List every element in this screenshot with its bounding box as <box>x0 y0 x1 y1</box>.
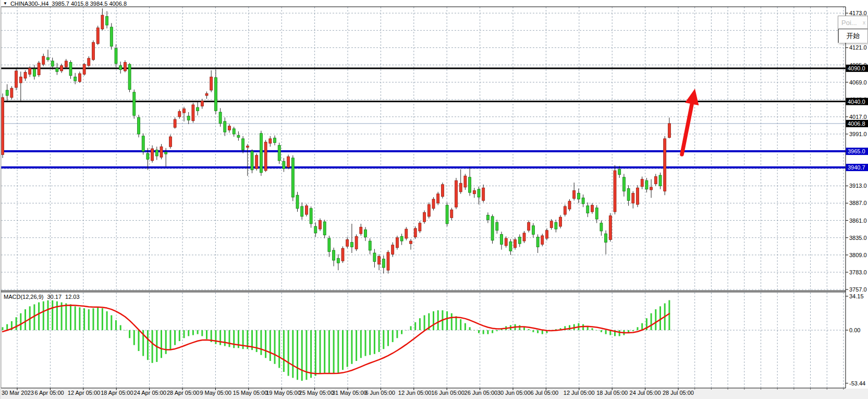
macd-indicator-label: MACD(12,26,9) 30.17 12.03 <box>4 294 82 300</box>
candle <box>446 205 448 224</box>
candle <box>364 229 367 237</box>
candle <box>106 17 108 26</box>
candle <box>110 27 113 46</box>
price-chart-canvas[interactable]: 4173.04147.04121.04095.04069.04043.04017… <box>0 0 868 399</box>
dialog-title: Poi... <box>841 19 857 27</box>
candle <box>124 62 126 71</box>
candle <box>6 90 8 95</box>
time-axis-label: 12 Jun 05:00 <box>398 390 432 396</box>
candle <box>233 129 235 134</box>
candle <box>92 42 95 59</box>
candle <box>473 190 475 194</box>
candle <box>641 179 643 187</box>
candle <box>392 245 394 255</box>
candle <box>496 222 498 230</box>
candle <box>668 124 670 138</box>
candle <box>528 222 530 230</box>
time-axis-label: 26 Jun 05:00 <box>464 390 498 396</box>
candle <box>96 28 99 44</box>
time-axis-label: 12 Jul 05:00 <box>564 390 595 396</box>
price-axis-label: 3783.0 <box>849 269 867 275</box>
time-axis-label: 24 Apr 05:00 <box>134 390 166 396</box>
ohlc-values: 3985.7 4015.8 3984.5 4006.8 <box>52 1 127 7</box>
candle <box>622 177 625 191</box>
candle <box>605 234 607 243</box>
candle <box>500 234 503 244</box>
candle <box>78 74 81 81</box>
candle <box>219 112 222 124</box>
candle <box>523 233 525 241</box>
time-axis-label: 28 Jul 05:00 <box>663 390 694 396</box>
candle <box>441 185 444 197</box>
candle <box>210 77 213 90</box>
candle <box>437 194 439 203</box>
candle <box>482 188 485 200</box>
candle <box>491 216 494 240</box>
candle <box>559 217 562 226</box>
candle <box>255 155 258 168</box>
candle <box>600 223 603 231</box>
candle <box>555 222 557 229</box>
candle <box>478 189 480 197</box>
candle <box>373 253 376 262</box>
time-axis-label: 6 Apr 05:00 <box>34 390 64 396</box>
candle <box>146 153 149 159</box>
time-axis-label: 24 Jul 05:00 <box>630 390 661 396</box>
candle <box>169 137 172 147</box>
candle <box>51 61 54 66</box>
candle <box>609 216 612 240</box>
candle <box>573 190 576 198</box>
candle <box>455 180 458 207</box>
dialog-titlebar[interactable]: Poi... x <box>838 16 867 29</box>
candle <box>205 93 208 95</box>
candle <box>360 227 362 234</box>
price-axis-label: 3887.0 <box>849 200 867 206</box>
candle <box>237 136 240 138</box>
candle <box>333 250 335 260</box>
candle <box>101 15 104 29</box>
time-axis-label: 30 Mar 2023 <box>2 390 34 396</box>
symbol-period-label: CHINA300-,H4 <box>10 1 48 7</box>
candle <box>591 205 594 212</box>
candle <box>65 61 67 67</box>
price-axis-label: 3991.0 <box>849 131 867 137</box>
candle <box>637 188 639 204</box>
candle <box>142 136 144 151</box>
candle <box>577 193 580 199</box>
candle <box>214 78 217 111</box>
time-axis-label: 9 May 05:00 <box>200 390 231 396</box>
price-tag: 3965.0 <box>848 148 865 154</box>
expert-dialog-window[interactable]: Poi... x 开始 <box>838 16 868 43</box>
candle <box>301 207 303 216</box>
candle <box>382 259 385 268</box>
candle <box>355 236 358 249</box>
symbol-dropdown-icon[interactable]: ▼ <box>3 1 7 6</box>
candle <box>128 64 131 89</box>
candle <box>296 195 299 208</box>
mt4-chart-window: 4173.04147.04121.04095.04069.04043.04017… <box>0 0 868 399</box>
candle <box>155 150 158 156</box>
candle <box>419 223 421 231</box>
candle <box>314 226 317 233</box>
candle <box>83 64 85 74</box>
candle <box>260 134 262 173</box>
candle <box>378 256 381 264</box>
candle <box>15 71 18 88</box>
start-button[interactable]: 开始 <box>838 29 867 43</box>
price-axis-label: 3913.0 <box>849 183 867 189</box>
candle <box>151 149 154 161</box>
candle <box>432 199 435 209</box>
close-icon[interactable]: x <box>863 20 865 26</box>
candle <box>518 237 521 244</box>
candle <box>19 77 22 82</box>
candle <box>269 139 272 143</box>
macd-axis-label: 0.00 <box>849 327 860 333</box>
candle <box>174 119 176 127</box>
candle <box>278 146 280 161</box>
candle <box>88 58 90 66</box>
candle <box>532 226 534 235</box>
candle <box>60 66 63 71</box>
time-axis-label: 19 May 05:00 <box>266 390 301 396</box>
time-axis-label: 6 Jul 05:00 <box>530 390 558 396</box>
time-axis-label: 12 Apr 05:00 <box>68 390 100 396</box>
